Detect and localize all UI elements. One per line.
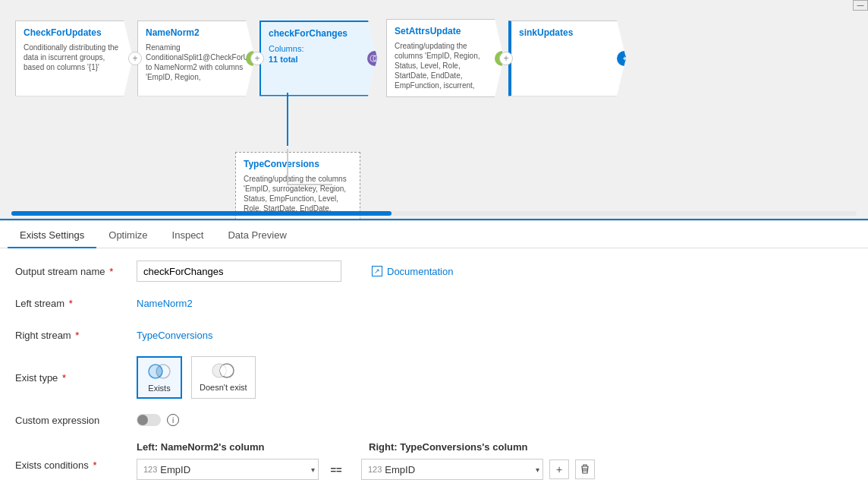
node-desc-checkForUpdates: Conditionally distributing the data in i… [24,43,124,72]
add-after-nameNorm2[interactable]: + [250,52,264,65]
left-stream-label: Left stream * [15,298,137,309]
custom-expression-info-icon[interactable]: i [167,414,179,426]
exist-type-group: Exists Doesn't exist [137,356,256,399]
toggle-knob [137,415,148,425]
tab-data-preview[interactable]: Data Preview [215,223,298,248]
add-after-setAttrsUpdate[interactable]: + [499,52,513,65]
custom-expression-row: Custom expression i [15,409,853,431]
node-desc-setAttrsUpdate: Creating/updating the columns 'EmpID, Re… [395,41,495,90]
right-stream-label: Right stream * [15,330,137,341]
equals-operator: == [325,464,348,475]
vertical-connector-2 [287,149,288,184]
required-star-left: * [69,298,73,309]
output-stream-label: Output stream name * [15,266,137,277]
exists-btn-label: Exists [148,384,170,393]
conditions-headers: Left: NameNorm2's column Right: TypeConv… [137,441,595,453]
tabs-bar: Exists Settings Optimize Inspect Data Pr… [0,221,868,248]
documentation-link[interactable]: ↗ Documentation [372,266,453,277]
left-type-badge: 123 [143,465,157,474]
node-title-checkForChanges: checkForChanges [269,28,368,39]
required-star-output: * [109,266,113,277]
node-desc-typeConversions: Creating/updating the columns 'EmpID, su… [244,174,352,213]
node-desc-checkForChanges-value: 11 total [269,54,368,65]
node-title-checkForUpdates: CheckForUpdates [24,27,124,38]
node-title-nameNorm2: NameNorm2 [146,27,247,38]
exist-type-row: Exist type * [15,356,853,399]
node-title-setAttrsUpdate: SetAttrsUpdate [395,26,495,36]
svg-point-9 [149,365,162,378]
doesnt-exist-venn-icon [209,362,237,380]
node-desc-checkForChanges-label: Columns: [269,43,368,54]
node-title-sinkUpdates: sinkUpdates [519,27,618,38]
required-star-right: * [75,330,79,341]
node-sinkUpdates[interactable]: sinkUpdates [508,21,626,96]
exists-conditions-label: Exists conditions * [15,441,137,471]
required-star-exist: * [62,372,66,384]
left-column-value: EmpID [160,464,190,475]
scrollbar-thumb [11,211,392,216]
exists-venn-icon [146,362,173,381]
pipeline-canvas: CheckForUpdates Conditionally distributi… [0,0,868,220]
node-setAttrsUpdate[interactable]: SetAttrsUpdate Creating/updating the col… [386,19,504,97]
panel-controls[interactable]: — [853,0,868,11]
checkForChanges-icon [367,51,382,66]
tab-optimize[interactable]: Optimize [96,223,159,248]
node-checkForUpdates[interactable]: CheckForUpdates Conditionally distributi… [15,21,133,96]
custom-expression-label: Custom expression [15,415,137,426]
right-stream-value[interactable]: TypeConversions [137,330,212,341]
right-column-value: EmpID [385,464,415,475]
sinkUpdates-icon [617,51,632,66]
condition-row-0: 123 EmpID ▾ == 123 EmpID ▾ + [137,459,595,480]
exist-type-doesnt-exist-btn[interactable]: Doesn't exist [191,356,256,399]
pipeline-nodes-row: CheckForUpdates Conditionally distributi… [15,19,626,97]
conditions-section: Left: NameNorm2's column Right: TypeConv… [137,441,595,480]
dashed-node-typeConversions[interactable]: TypeConversions Creating/updating the co… [205,99,360,220]
node-nameNorm2[interactable]: NameNorm2 Renaming ConditionalSplit1@Che… [137,21,255,96]
required-star-conditions: * [93,459,96,471]
left-col-header: Left: NameNorm2's column [137,441,319,453]
left-dropdown-arrow: ▾ [311,466,315,474]
horizontal-scrollbar[interactable] [11,211,857,216]
node-checkForChanges[interactable]: checkForChanges Columns: 11 total [259,21,377,96]
left-stream-value[interactable]: NameNorm2 [137,298,193,309]
right-type-badge: 123 [368,465,382,474]
custom-expression-toggle[interactable] [137,414,161,426]
tab-inspect[interactable]: Inspect [160,223,216,248]
tab-exists-settings[interactable]: Exists Settings [8,223,96,248]
vertical-connector-1 [287,93,288,146]
node-desc-nameNorm2: Renaming ConditionalSplit1@CheckForUpdat… [146,43,247,82]
right-dropdown-arrow: ▾ [536,466,539,474]
right-column-dropdown[interactable]: 123 EmpID ▾ [361,459,543,480]
horizontal-connector-dashed [287,184,332,185]
left-stream-row: Left stream * NameNorm2 [15,292,853,314]
exists-conditions-row: Exists conditions * Left: NameNorm2's co… [15,441,853,480]
delete-condition-btn[interactable] [575,459,595,479]
exist-type-label: Exist type * [15,372,137,384]
form-area: Output stream name * ↗ Documentation Lef… [0,248,868,480]
bottom-panel: Exists Settings Optimize Inspect Data Pr… [0,220,868,480]
right-stream-row: Right stream * TypeConversions [15,324,853,346]
output-stream-row: Output stream name * ↗ Documentation [15,261,853,282]
right-col-header: Right: TypeConversions's column [369,441,551,453]
collapse-btn[interactable]: — [853,0,868,11]
node-title-typeConversions: TypeConversions [244,159,352,169]
documentation-label: Documentation [387,266,453,277]
doesnt-exist-btn-label: Doesn't exist [200,383,247,392]
toggle-container: i [137,414,179,426]
output-stream-input[interactable] [137,261,341,282]
left-column-dropdown[interactable]: 123 EmpID ▾ [137,459,319,480]
external-link-icon: ↗ [372,266,382,276]
add-after-checkForUpdates[interactable]: + [128,52,142,65]
add-condition-btn[interactable]: + [549,459,569,479]
exist-type-exists-btn[interactable]: Exists [137,356,182,399]
